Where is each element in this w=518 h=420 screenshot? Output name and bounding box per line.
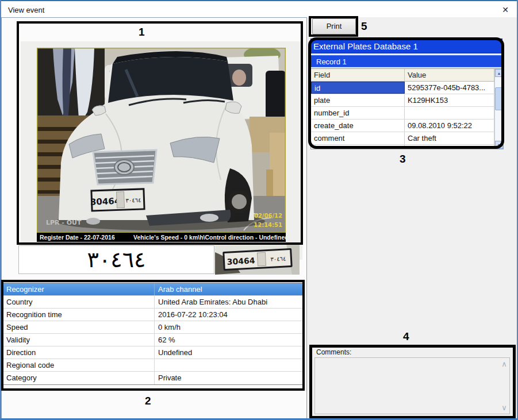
chevron-up-icon[interactable]: ∧ [500,360,508,368]
column-header-field[interactable]: Field [311,69,405,81]
value-cell: K129HK153 [405,94,494,106]
vertical-scrollbar[interactable]: ▲ ▼ [494,69,503,149]
external-db-record-header[interactable]: Record 1 [310,55,502,67]
annotation-number-4: 4 [403,330,409,343]
field-cell: id [311,82,405,94]
row-label: Speed [3,321,155,333]
plate-crop-latin: 30464 [227,256,255,267]
value-cell: 09.08.2010 9:52:22 [405,120,494,132]
field-cell: number_id [311,107,405,119]
external-db-table: Field Value id 5295377e-045b-4783... pla… [310,68,504,149]
print-button[interactable]: Print [312,18,356,34]
row-value: United Arab Emirates: Abu Dhabi [155,296,304,308]
title-bar: View event ✕ [0,0,518,17]
annotation-number-5: 5 [361,20,367,33]
register-date-text: Register Date - 22-07-2016 [40,233,115,242]
chevron-down-icon[interactable]: ∨ [500,403,508,412]
camera-time-overlay: 12:14:51 [254,222,282,228]
row-label: Regional code [3,359,155,371]
table-row[interactable]: Country United Arab Emirates: Abu Dhabi [3,296,304,309]
value-cell [405,107,494,119]
row-label: Recognition time [3,309,155,321]
scrollbar-track[interactable] [495,77,503,141]
table-row[interactable]: Recognizer Arab channel [3,283,304,296]
table-row[interactable]: number_id [311,107,494,120]
scroll-up-icon[interactable]: ▲ [495,69,503,77]
row-value: 2016-07-22 10:23:04 [155,309,304,321]
table-row[interactable]: create_date 09.08.2010 9:52:22 [311,120,494,132]
recognized-plate-text: ٣٠٤٦٤ [87,247,145,272]
close-icon[interactable]: ✕ [500,5,511,15]
plate-number-latin: 30464 [90,196,121,207]
comments-label: Comments: [316,348,351,356]
table-row[interactable]: Regional code [3,359,304,372]
comments-input[interactable] [314,357,510,414]
row-value: Private [155,372,304,384]
table-row[interactable]: Category Private [3,372,304,384]
external-db-title: External Plates Database 1 [310,38,502,53]
front-license-plate: 30464 ٣٠٤٦٤ [90,188,145,211]
external-db-header-row: Field Value [311,69,494,82]
table-row[interactable]: user_id [311,145,494,149]
scroll-down-icon[interactable]: ▼ [495,141,503,149]
plate-crop-arabic: ٣٠٤٦٤ [270,255,286,262]
camera-date-overlay: 02/06/12 [254,213,282,219]
row-label: Country [3,296,155,308]
row-value: 62 % [155,334,304,346]
field-cell: user_id [311,145,405,149]
row-label: Recognizer [3,283,155,295]
value-cell: 5295377e-045b-4783... [405,82,494,94]
vehicle-photo: 30464 ٣٠٤٦٤ LPR - OUT 02/06/12 12:14:51 [37,48,286,233]
table-row[interactable]: id 5295377e-045b-4783... [311,82,494,94]
row-label: Direction [3,346,155,359]
field-cell: create_date [311,120,405,132]
photo-caption-bar: Register Date - 22-07-2016 Vehicle's Spe… [37,233,286,242]
table-row[interactable]: comment Car theft [311,132,494,145]
speed-direction-text: Vehicle's Speed - 0 km\h\Control directi… [133,233,286,242]
row-value: Arab channel [155,283,304,295]
table-row[interactable]: plate K129HK153 [311,94,494,107]
row-value: 0 km/h [155,321,304,333]
plate-number-arabic: ٣٠٤٦٤ [125,197,141,204]
row-value: Undefined [155,346,304,359]
field-cell: plate [311,94,405,106]
field-cell: comment [311,132,405,144]
row-label: Validity [3,334,155,346]
table-row[interactable]: Recognition time 2016-07-22 10:23:04 [3,309,304,321]
plate-crop-image: 30464 ٣٠٤٦٤ [215,244,300,275]
table-row[interactable]: Direction Undefined [3,346,304,359]
recognition-table: Recognizer Arab channel Country United A… [2,283,305,385]
value-cell: Car theft [405,132,494,144]
table-row[interactable]: Validity 62 % [3,334,304,346]
annotation-number-3: 3 [400,153,406,165]
scrollbar-thumb[interactable] [495,87,503,110]
table-row[interactable]: Speed 0 km/h [3,321,304,334]
recognized-plate-text-box: ٣٠٤٦٤ [18,245,214,274]
value-cell [405,145,494,149]
lpr-watermark: LPR - OUT [46,219,82,226]
row-value [155,359,304,371]
window-title: View event [8,6,44,14]
row-label: Category [3,372,155,384]
column-header-value[interactable]: Value [405,69,494,81]
